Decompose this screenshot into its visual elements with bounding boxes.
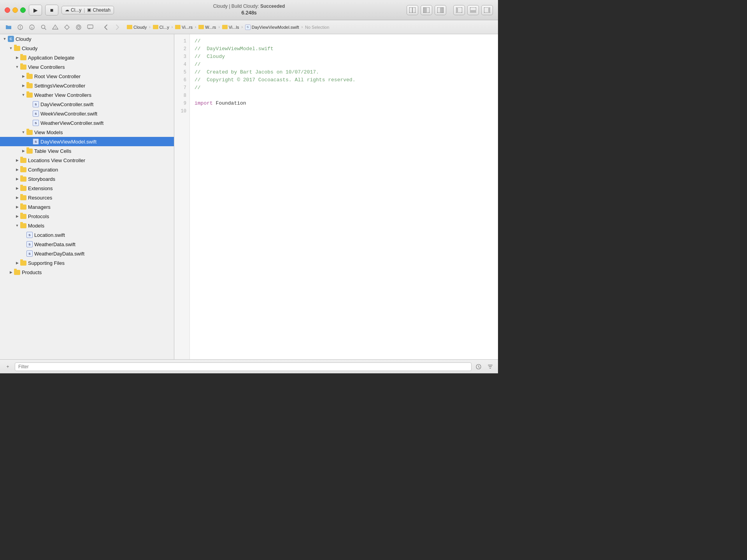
breadcrumb-cloudy[interactable]: Cloudy <box>125 24 148 30</box>
sidebar-item-app-delegate[interactable]: Application Delegate <box>0 53 174 62</box>
sidebar-item-view-models[interactable]: View Models <box>0 128 174 137</box>
sidebar-item-label: DayViewController.swift <box>40 102 93 107</box>
breadcrumb-cly[interactable]: Cl...y <box>151 24 171 30</box>
sidebar-item-root-vc[interactable]: Root View Controller <box>0 72 174 81</box>
folder-icon <box>20 223 26 228</box>
sidebar-item-label: Application Delegate <box>28 55 74 61</box>
sidebar-item-label: WeekViewController.swift <box>40 111 97 117</box>
breadcrumb-file[interactable]: S DayViewViewModel.swift <box>244 24 301 31</box>
sidebar-item-label: View Controllers <box>28 64 65 70</box>
code-line-4: // <box>195 61 493 68</box>
sidebar-item-location-swift[interactable]: S Location.swift <box>0 230 174 240</box>
utilities-toggle[interactable] <box>481 5 493 15</box>
main-layout: C Cloudy Cloudy Application Delegate Vie… <box>0 34 498 359</box>
sidebar-item-root-cloudy[interactable]: C Cloudy <box>0 34 174 44</box>
run-button[interactable]: ▶ <box>29 5 42 16</box>
maximize-button[interactable] <box>20 7 26 13</box>
editor-mode-split[interactable] <box>407 5 418 15</box>
sidebar-item-protocols[interactable]: Protocols <box>0 212 174 221</box>
sidebar-item-storyboards[interactable]: Storyboards <box>0 174 174 184</box>
sidebar-item-label: Location.swift <box>34 232 65 238</box>
filter-input[interactable] <box>15 362 472 371</box>
sidebar-item-weatherdaydata-swift[interactable]: S WeatherDayData.swift <box>0 249 174 258</box>
svg-point-22 <box>76 25 81 30</box>
sidebar-item-day-vc[interactable]: S DayViewController.swift <box>0 100 174 109</box>
editor-mode-left[interactable] <box>421 5 432 15</box>
svg-rect-2 <box>423 7 427 13</box>
sidebar-item-weather-vcs[interactable]: Weather View Controllers <box>0 90 174 100</box>
sidebar-item-configuration[interactable]: Configuration <box>0 165 174 174</box>
breadcrumb-wrs[interactable]: W...rs <box>197 24 217 30</box>
sidebar-item-table-cells[interactable]: Table View Cells <box>0 146 174 156</box>
chat-nav-icon[interactable] <box>85 23 96 32</box>
sidebar-item-cloudy-group[interactable]: Cloudy <box>0 44 174 53</box>
code-line-7: // <box>195 84 493 92</box>
editor-mode-right[interactable] <box>435 5 446 15</box>
search-nav-icon[interactable] <box>38 23 49 32</box>
sidebar-item-label: Weather View Controllers <box>34 92 91 98</box>
sidebar-item-weatherdata-swift[interactable]: S WeatherData.swift <box>0 240 174 249</box>
code-line-1: // <box>195 37 493 45</box>
target-nav-icon[interactable] <box>73 23 84 32</box>
breadcrumb-no-selection[interactable]: No Selection <box>303 24 331 30</box>
disclosure-icon <box>20 82 26 89</box>
code-editor[interactable]: 1 2 3 4 5 6 7 8 9 10 // // DayViewViewMo… <box>174 34 498 359</box>
sidebar-item-supporting-files[interactable]: Supporting Files <box>0 258 174 268</box>
navigator-toggle[interactable] <box>453 5 465 15</box>
folder-icon <box>20 186 26 191</box>
sidebar-item-weather-vc[interactable]: S WeatherViewController.swift <box>0 118 174 128</box>
breadcrumb-virs[interactable]: Vi...rs <box>174 24 194 30</box>
back-button[interactable] <box>100 23 111 32</box>
svg-rect-11 <box>488 7 490 13</box>
filter-options-icon[interactable] <box>486 362 495 371</box>
svg-rect-9 <box>470 10 476 13</box>
folder-icon <box>20 214 26 219</box>
add-button[interactable]: + <box>3 362 12 371</box>
disclosure-icon <box>14 54 20 61</box>
sidebar-item-dayviewviewmodel[interactable]: S DayViewViewModel.swift <box>0 137 174 146</box>
folder-icon <box>26 130 33 135</box>
sidebar-item-extensions[interactable]: Extensions <box>0 184 174 193</box>
code-line-2: // DayViewViewModel.swift <box>195 45 493 53</box>
sidebar-item-settings-vc[interactable]: SettingsViewController <box>0 81 174 90</box>
close-button[interactable] <box>5 7 10 13</box>
sidebar-item-label: Extensions <box>28 186 53 191</box>
sidebar-item-managers[interactable]: Managers <box>0 202 174 212</box>
recent-files-icon[interactable] <box>474 362 483 371</box>
source-nav-icon[interactable]: S <box>26 23 37 32</box>
disclosure-icon <box>14 213 20 219</box>
debugger-toggle[interactable] <box>467 5 479 15</box>
folder-icon <box>198 25 204 29</box>
sidebar-item-resources[interactable]: Resources <box>0 193 174 202</box>
sidebar-item-products[interactable]: Products <box>0 268 174 277</box>
sidebar-item-locations-vc[interactable]: Locations View Controller <box>0 156 174 165</box>
folder-icon <box>26 83 33 88</box>
folder-icon <box>175 25 181 29</box>
sidebar-item-models[interactable]: Models <box>0 221 174 230</box>
code-content[interactable]: // // DayViewViewModel.swift // Cloudy /… <box>190 34 498 359</box>
disclosure-icon <box>14 260 20 266</box>
breadcrumb-vils[interactable]: Vi...ls <box>221 24 241 30</box>
forward-button[interactable] <box>112 23 123 32</box>
stop-button[interactable]: ■ <box>45 5 58 16</box>
swift-file-icon: S <box>26 232 33 238</box>
disclosure-icon <box>20 73 26 79</box>
sidebar-item-week-vc[interactable]: S WeekViewController.swift <box>0 109 174 118</box>
warning-nav-icon[interactable] <box>15 23 26 32</box>
folder-icon <box>20 261 26 266</box>
scheme-selector[interactable]: ☁ Cl...y | ▣ Cheetah <box>61 6 114 14</box>
folder-icon <box>127 25 132 29</box>
diamond-nav-icon[interactable] <box>61 23 72 32</box>
folder-nav-icon[interactable] <box>3 23 14 32</box>
sidebar-item-label: SettingsViewController <box>34 83 85 89</box>
sidebar-item-view-controllers[interactable]: View Controllers <box>0 62 174 72</box>
svg-rect-4 <box>440 7 444 13</box>
sidebar-item-label: Cloudy <box>22 46 37 51</box>
traffic-lights <box>5 7 26 13</box>
code-line-9: import Foundation <box>195 100 493 107</box>
target-label: Cheetah <box>93 7 110 13</box>
sidebar-item-label: Cloudy <box>16 36 31 42</box>
warning2-nav-icon[interactable]: ! <box>50 23 61 32</box>
folder-icon <box>20 55 26 60</box>
minimize-button[interactable] <box>12 7 18 13</box>
